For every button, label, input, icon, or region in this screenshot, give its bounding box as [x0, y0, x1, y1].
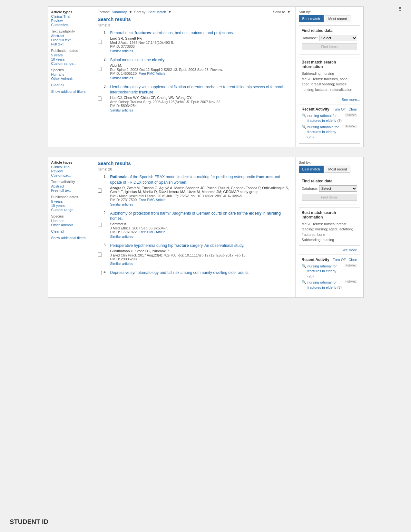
result-title-2-1[interactable]: Rationale of the Spanish FRAX model in d…	[110, 175, 280, 185]
sidebar2-clinical-trial[interactable]: Clinical Trial	[51, 165, 90, 169]
best-match-btn-1[interactable]: Best match	[299, 15, 324, 22]
sidebar2-custom-range[interactable]: Custom range...	[51, 208, 90, 212]
species-section: Species Humans Other Animals	[51, 68, 90, 81]
sidebar2-review[interactable]: Review	[51, 169, 90, 173]
result-pmid-1: PMID: 3773803	[110, 44, 291, 48]
sort-by-section-1: Sort by: Best match Most recent	[299, 10, 360, 22]
recent-search-link-2b[interactable]: nursing rational for fractures in elderl…	[308, 280, 343, 290]
show-additional-filters-link[interactable]: Show additional filters	[51, 90, 90, 93]
result-checkbox-2-3[interactable]	[98, 244, 102, 266]
clear-link-2[interactable]: Clear	[348, 258, 357, 262]
sidebar-free-full-text[interactable]: Free full text	[51, 38, 90, 42]
database-select-1[interactable]: Select	[319, 35, 357, 41]
result-item-1: 1. Femoral neck fractures: admissions, b…	[98, 30, 291, 53]
right-panel-1: Sort by: Best match Most recent Find rel…	[296, 7, 363, 147]
sidebar2-abstract[interactable]: Abstract	[51, 184, 90, 188]
similar-articles-link-2[interactable]: Similar articles	[110, 76, 133, 80]
result-item-2-4: 4. Depressive symptomatology and fall ri…	[98, 270, 291, 276]
similar-articles-2-1[interactable]: Similar articles	[110, 202, 133, 206]
result-checkbox-2-2[interactable]	[98, 211, 102, 239]
result-checkbox-2-1[interactable]	[98, 175, 102, 206]
similar-articles-link-1[interactable]: Similar articles	[110, 49, 133, 53]
find-items-btn-2[interactable]: Find Items	[302, 194, 357, 201]
result-checkbox-1[interactable]	[98, 31, 102, 53]
result-authors-1: Lord SR, Sinnett PF.	[110, 36, 291, 40]
show-additional-filters-link-2[interactable]: Show additional filters	[51, 236, 90, 240]
sidebar2-other-animals[interactable]: Other Animals	[51, 223, 90, 227]
similar-articles-link-3[interactable]: Similar articles	[110, 108, 133, 112]
clear-all-link-2[interactable]: Clear all	[51, 229, 90, 233]
result-item-3: 3. Hemi-arthroplasty with supplemental f…	[98, 84, 291, 112]
result-authors-2-3: Guruthathan U, Stonell C, Pulbrook P.	[110, 249, 291, 253]
sidebar-10-years[interactable]: 10 years	[51, 57, 90, 61]
turn-off-link-1[interactable]: Turn Off	[333, 107, 346, 111]
sidebar-custom-range[interactable]: Custom range...	[51, 62, 90, 65]
find-related-title-1: Find related data	[302, 28, 357, 33]
result-body-2-3: Perioperative hypothermia during hip fra…	[110, 243, 291, 266]
recent-search-link-2a[interactable]: nursing rational for fractures in elderl…	[308, 264, 343, 279]
result-title-3[interactable]: Hemi-arthroplasty with supplemental fixa…	[110, 85, 283, 95]
free-pmc-badge-2: Free PMC Article	[138, 72, 168, 75]
result-number-1: 1.	[104, 30, 108, 53]
recent-activity-links-1: Turn Off Clear	[331, 107, 357, 111]
recent-activity-item-2b: 🔍 nursing rational for fractures in elde…	[302, 280, 357, 290]
sidebar2-free-full-text[interactable]: Free full text	[51, 189, 90, 192]
pubmed-badge-2b: PubMed	[345, 280, 357, 283]
result-checkbox-2[interactable]	[98, 58, 102, 80]
most-recent-btn-2[interactable]: Most recent	[325, 166, 350, 173]
result-title-2-3[interactable]: Perioperative hypothermia during hip fra…	[110, 243, 244, 248]
recent-activity-header-1: Recent Activity Turn Off Clear	[302, 107, 357, 111]
see-more-link-1[interactable]: See more...	[342, 98, 360, 102]
result-title-1[interactable]: Femoral neck fractures: admissions, bed …	[110, 31, 234, 35]
sort-by-label-2: Sort by:	[299, 160, 360, 164]
result-title-2-4[interactable]: Depressive symptomatology and fall risk …	[110, 270, 250, 275]
sidebar-customize[interactable]: Customize...	[51, 23, 90, 27]
similar-articles-2-2[interactable]: Similar articles	[110, 235, 133, 238]
database-label-2: Database:	[302, 187, 318, 190]
clear-all-link[interactable]: Clear all	[51, 83, 90, 87]
result-pmid-2-3: PMID: 29035298	[110, 257, 291, 261]
turn-off-link-2[interactable]: Turn Off	[333, 258, 346, 262]
result-checkbox-2-4[interactable]	[98, 271, 102, 276]
sidebar2-customize[interactable]: Customize...	[51, 173, 90, 177]
recent-search-link-1b[interactable]: nursing rationale for fractures in elder…	[308, 125, 343, 140]
result-citation-1: Med J Aust. 1986 Nov 17;145(10):493-5.	[110, 41, 291, 44]
pubmed-badge-1b: PubMed	[345, 125, 357, 128]
sidebar-humans[interactable]: Humans	[51, 73, 90, 76]
result-title-2[interactable]: Spinal metastasis in the elderly.	[110, 58, 166, 62]
recent-search-link-1a[interactable]: nursing rational for fractures in elderl…	[308, 113, 343, 123]
sidebar-clinical-trial[interactable]: Clinical Trial	[51, 15, 90, 18]
result-links-2-3: Similar articles	[110, 262, 291, 266]
database-select-2[interactable]: Select	[319, 185, 357, 192]
format-value[interactable]: Summary	[112, 10, 127, 14]
best-match-btn-2[interactable]: Best match	[299, 166, 324, 173]
best-match-mesh-1: MeSH Terms: fractures, bone; aged; breas…	[302, 76, 357, 92]
sort-value[interactable]: Best Match	[148, 10, 166, 14]
sidebar2-humans[interactable]: Humans	[51, 219, 90, 223]
similar-articles-2-3[interactable]: Similar articles	[110, 262, 133, 266]
sidebar2-10-years[interactable]: 10 years	[51, 204, 90, 208]
clear-link-1[interactable]: Clear	[348, 107, 357, 111]
most-recent-btn-1[interactable]: Most recent	[325, 15, 350, 22]
result-number-2-4: 4.	[104, 270, 108, 276]
sidebar-abstract[interactable]: Abstract	[51, 34, 90, 38]
species-section-2: Species Humans Other Animals	[51, 214, 90, 227]
result-authors-3: Hsu CJ, Chou WY, Chiou CP, Chang WN, Won…	[110, 96, 291, 100]
best-match-info-title-1: Best match search information	[302, 60, 357, 69]
best-match-subheading-2: Subheading: nursing	[302, 237, 357, 243]
format-bar-1: Format: Summary ▼ Sort by: Best Match ▼ …	[98, 10, 291, 14]
sidebar2-5-years[interactable]: 5 years	[51, 199, 90, 203]
sidebar-5-years[interactable]: 5 years	[51, 53, 90, 57]
sidebar-full-text[interactable]: Full text	[51, 42, 90, 46]
find-items-btn-1[interactable]: Find Items	[302, 43, 357, 50]
sidebar-other-animals[interactable]: Other Animals	[51, 77, 90, 81]
result-number-2-3: 3.	[104, 243, 108, 266]
find-related-section-1: Find related data Database: Select Find …	[299, 25, 360, 54]
see-more-link-2[interactable]: See more...	[342, 248, 360, 252]
result-title-2-2[interactable]: Autonomy or protection from harm? Judgme…	[110, 211, 281, 221]
recent-activity-item-1a: 🔍 nursing rational for fractures in elde…	[302, 113, 357, 123]
result-checkbox-3[interactable]	[98, 85, 102, 112]
send-to-label: Send to	[273, 10, 285, 14]
free-pmc-2-2[interactable]: Free PMC Article	[139, 230, 165, 234]
sidebar-review[interactable]: Review	[51, 19, 90, 23]
